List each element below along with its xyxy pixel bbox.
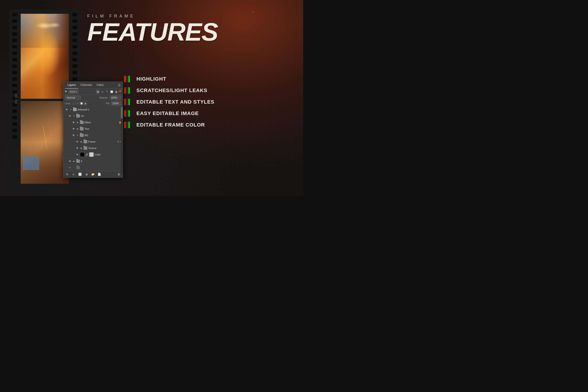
layer-row-10[interactable]: 👁 ▾ 10 bbox=[64, 113, 123, 119]
icon-bar-green bbox=[128, 99, 130, 105]
layer-thumb-white bbox=[89, 152, 94, 157]
expand-icon[interactable]: ▾ bbox=[69, 108, 72, 111]
fx-button[interactable]: fx bbox=[71, 172, 76, 176]
layer-name-texture: Texture bbox=[88, 147, 121, 150]
sprocket-hole bbox=[12, 20, 17, 23]
sprocket-hole bbox=[72, 71, 77, 74]
features-list: HIGHLIGHT SCRATCHES/LIGHT LEAKS EDITABLE… bbox=[124, 76, 214, 128]
sprocket-hole bbox=[72, 45, 77, 48]
expand-icon[interactable]: ▶ bbox=[76, 121, 79, 124]
icon-bar-red bbox=[124, 99, 126, 105]
eye-icon[interactable]: 👁 bbox=[72, 120, 75, 124]
opacity-value[interactable]: 100% bbox=[110, 96, 121, 100]
eye-icon[interactable]: 👁 bbox=[72, 127, 75, 131]
feature-item-frame: EDITABLE FRAME COLOR bbox=[124, 122, 214, 128]
adjustment-button[interactable]: ◑ bbox=[84, 172, 89, 176]
layer-row-bg[interactable]: 👁 ▾ BG bbox=[64, 132, 123, 138]
sprocket-hole bbox=[12, 129, 17, 132]
layer-name-color: Color bbox=[95, 153, 121, 156]
eye-icon[interactable]: 👁 bbox=[68, 166, 72, 170]
sprocket-hole bbox=[12, 84, 17, 87]
layer-name-bg: BG bbox=[84, 134, 121, 137]
panel-menu-icon[interactable]: ☰ bbox=[118, 83, 121, 87]
delete-button[interactable]: 🗑 bbox=[117, 172, 121, 176]
panel-filter-row: 🔍 Kind ▾ ▣ ◎ T ⬜ 🔒 bbox=[64, 89, 123, 95]
blend-mode-dropdown[interactable]: Normal bbox=[65, 96, 81, 100]
lock-move-icon[interactable]: ✛ bbox=[76, 102, 79, 105]
sprocket-hole bbox=[12, 110, 17, 113]
expand-icon[interactable]: ▶ bbox=[72, 160, 75, 162]
main-title: FEATURES bbox=[87, 20, 294, 43]
layer-row-effect[interactable]: 👁 ▶ Effect 🔒 bbox=[64, 119, 123, 126]
blue-element bbox=[23, 156, 39, 170]
filter-adjust-icon[interactable]: ◎ bbox=[100, 90, 104, 94]
eye-icon[interactable]: 👁 bbox=[68, 159, 72, 163]
subway-photo-2 bbox=[21, 101, 69, 184]
eye-icon[interactable]: 👁 bbox=[75, 140, 79, 144]
lock-all-icon[interactable]: 🔒 bbox=[84, 102, 87, 105]
filter-smart-icon[interactable]: 🔒 bbox=[114, 90, 118, 94]
folder-icon bbox=[76, 166, 80, 169]
eye-icon[interactable]: 👁 bbox=[72, 134, 75, 137]
group-button[interactable]: 📁 bbox=[90, 172, 95, 176]
layer-row-9[interactable]: 👁 ▶ 9 bbox=[64, 158, 123, 164]
icon-bar-dark bbox=[126, 76, 128, 82]
tab-channels[interactable]: Channels bbox=[78, 82, 94, 89]
folder-icon bbox=[80, 121, 84, 124]
sprocket-hole bbox=[12, 64, 17, 68]
sprocket-hole bbox=[72, 78, 77, 80]
fill-value[interactable]: 100% bbox=[111, 101, 121, 106]
filter-kind-dropdown[interactable]: Kind ▾ bbox=[68, 90, 78, 94]
scrollbar[interactable] bbox=[121, 107, 123, 174]
sprocket-hole bbox=[72, 64, 77, 68]
tab-paths[interactable]: Paths bbox=[94, 82, 106, 89]
layer-row-text[interactable]: 👁 ▶ Text bbox=[64, 126, 123, 132]
feature-label-scratches: SCRATCHES/LIGHT LEAKS bbox=[136, 88, 208, 94]
fx-label: fx bbox=[117, 140, 119, 143]
layer-name-artboard1: Artboard 1 bbox=[78, 108, 121, 111]
right-content: FILM FRAME FEATURES bbox=[87, 14, 294, 50]
feature-item-image: EASY EDITABLE IMAGE bbox=[124, 110, 214, 117]
filter-type-icon[interactable]: T bbox=[105, 90, 109, 94]
fill-label: Fill: bbox=[106, 102, 110, 105]
sprocket-hole bbox=[12, 116, 17, 119]
sprocket-hole bbox=[12, 78, 17, 80]
feature-item-scratches: SCRATCHES/LIGHT LEAKS bbox=[124, 87, 214, 94]
sprocket-hole bbox=[12, 26, 17, 29]
tab-layers[interactable]: Layers bbox=[65, 82, 78, 89]
layer-row-artboard1[interactable]: 👁 ▾ Artboard 1 bbox=[64, 106, 123, 113]
layer-row-texture[interactable]: 👁 ▶ Texture bbox=[64, 145, 123, 151]
layer-name-frame: Frame bbox=[88, 140, 116, 143]
folder-icon bbox=[76, 114, 80, 118]
mask-button[interactable]: ⬜ bbox=[78, 172, 82, 176]
feature-icon-frame bbox=[124, 122, 132, 128]
lock-artboard-icon[interactable]: ⬜ bbox=[80, 102, 83, 105]
eye-icon[interactable]: 👁 bbox=[75, 153, 79, 156]
expand-icon[interactable]: ▾ bbox=[76, 134, 79, 136]
filter-icons: ▣ ◎ T ⬜ 🔒 bbox=[96, 90, 121, 94]
folder-icon bbox=[80, 134, 84, 137]
sprocket-hole bbox=[12, 45, 17, 48]
filter-toggle[interactable] bbox=[119, 90, 121, 92]
layer-row-partial[interactable]: 👁 — bbox=[64, 164, 123, 171]
sprocket-hole bbox=[72, 20, 77, 23]
eye-icon[interactable]: 👁 bbox=[68, 114, 72, 118]
lock-pixel-icon[interactable]: ⬛ bbox=[72, 102, 75, 105]
layer-row-color[interactable]: 👁 🔗 Color bbox=[64, 151, 123, 158]
layer-row-frame[interactable]: 👁 ▶ Frame fx ▾ bbox=[64, 138, 123, 145]
eye-icon[interactable]: 👁 bbox=[75, 146, 79, 150]
expand-icon[interactable]: ▶ bbox=[76, 128, 79, 130]
eye-icon[interactable]: 👁 bbox=[65, 108, 68, 112]
feature-icon-text bbox=[124, 99, 132, 105]
icon-bar-green bbox=[128, 122, 130, 128]
expand-icon[interactable]: ▶ bbox=[80, 140, 83, 143]
scroll-thumb[interactable] bbox=[121, 107, 123, 118]
expand-icon[interactable]: ▾ bbox=[72, 115, 75, 117]
dropdown-chevron-icon: ▾ bbox=[76, 91, 77, 93]
filter-pixel-icon[interactable]: ▣ bbox=[96, 90, 100, 94]
expand-icon[interactable]: ▶ bbox=[80, 147, 83, 149]
filter-shape-icon[interactable]: ⬜ bbox=[110, 90, 114, 94]
new-layer-button[interactable]: 📄 bbox=[97, 172, 102, 176]
link-layers-button[interactable]: ⚙ bbox=[65, 172, 69, 176]
layer-name-10: 10 bbox=[81, 114, 121, 117]
